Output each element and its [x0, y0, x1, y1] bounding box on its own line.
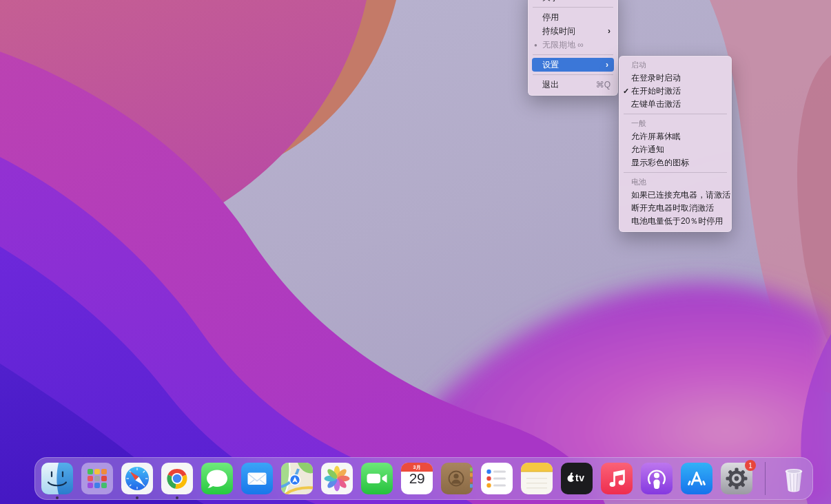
submenu-item-colored-icon[interactable]: 显示彩色的图标 — [619, 156, 731, 169]
submenu-item-left-click-activate[interactable]: 左键单击激活 — [619, 98, 731, 111]
submenu-item-label: 在开始时激活 — [631, 85, 681, 97]
dock-facetime[interactable] — [361, 463, 393, 494]
finder-icon — [41, 463, 73, 494]
photos-icon — [321, 463, 353, 494]
mail-icon — [241, 463, 273, 494]
menu-item-duration[interactable]: 持续时间 › — [529, 24, 617, 38]
dock: 3月 29 — [34, 457, 813, 500]
menubar-app-context-menu: 关于 停用 持续时间 › ● 无限期地 ∞ 设置 › 退出 ⌘Q — [528, 0, 618, 96]
dock-chrome[interactable] — [161, 463, 193, 494]
calendar-day-label: 29 — [401, 470, 433, 487]
safari-icon — [121, 463, 153, 494]
launchpad-icon — [81, 463, 113, 494]
menu-item-settings[interactable]: 设置 › — [532, 58, 614, 72]
submenu-item-label: 在登录时启动 — [631, 72, 681, 84]
menu-item-quit[interactable]: 退出 ⌘Q — [529, 78, 617, 92]
dock-system-preferences[interactable]: 1 — [721, 463, 752, 494]
podcasts-icon — [641, 463, 673, 494]
submenu-item-label: 左键单击激活 — [631, 98, 681, 110]
facetime-icon — [361, 463, 393, 494]
submenu-item-label: 电池电量低于20％时停用 — [631, 216, 723, 227]
submenu-item-label: 断开充电器时取消激活 — [631, 202, 714, 214]
dock-appletv[interactable]: tv — [561, 463, 593, 494]
menu-separator — [624, 114, 727, 114]
dock-reminders[interactable] — [481, 463, 513, 494]
dock-contacts[interactable] — [441, 463, 473, 494]
submenu-section-general: 一般 — [619, 117, 731, 130]
menu-separator — [533, 74, 613, 75]
dock-finder[interactable] — [41, 463, 73, 494]
menu-separator — [533, 54, 613, 55]
submenu-item-deactivate-on-unplug[interactable]: 断开充电器时取消激活 — [619, 202, 731, 215]
menu-separator — [624, 172, 727, 173]
music-icon — [601, 463, 633, 494]
bullet-icon: ● — [534, 42, 537, 48]
submenu-section-battery: 电池 — [619, 176, 731, 189]
reminders-icon — [481, 463, 513, 494]
submenu-item-label: 允许通知 — [631, 144, 664, 156]
dock-photos[interactable] — [321, 463, 353, 494]
submenu-item-disable-below-20[interactable]: 电池电量低于20％时停用 — [619, 215, 731, 228]
appstore-icon — [681, 463, 712, 494]
chevron-right-icon: › — [606, 60, 608, 70]
running-indicator — [176, 496, 178, 499]
submenu-item-allow-notifications[interactable]: 允许通知 — [619, 143, 731, 156]
maps-icon — [281, 463, 313, 494]
menu-item-label: 设置 — [542, 59, 559, 71]
submenu-item-label: 如果已连接充电器，请激活 — [631, 189, 730, 201]
keyboard-shortcut: ⌘Q — [596, 80, 611, 90]
menu-item-label: 停用 — [542, 12, 559, 23]
chevron-right-icon: › — [608, 26, 611, 36]
dock-notes[interactable] — [521, 463, 553, 494]
submenu-item-activate-at-start[interactable]: ✓ 在开始时激活 — [619, 85, 731, 98]
menu-item-label: 持续时间 — [542, 25, 575, 37]
dock-mail[interactable] — [241, 463, 273, 494]
menu-item-label: 关于 — [542, 0, 559, 3]
chrome-icon — [161, 463, 193, 494]
submenu-item-label: 允许屏幕休眠 — [631, 131, 681, 143]
submenu-item-allow-display-sleep[interactable]: 允许屏幕休眠 — [619, 130, 731, 143]
running-indicator — [136, 496, 138, 499]
menu-item-label: 无限期地 ∞ — [542, 39, 584, 51]
desktop: 关于 停用 持续时间 › ● 无限期地 ∞ 设置 › 退出 ⌘Q 启动 在登录时… — [0, 0, 831, 504]
dock-maps[interactable] — [281, 463, 313, 494]
submenu-section-startup: 启动 — [619, 59, 731, 72]
settings-submenu: 启动 在登录时启动 ✓ 在开始时激活 左键单击激活 一般 允许屏幕休眠 允许通知… — [619, 56, 732, 232]
dock-music[interactable] — [601, 463, 633, 494]
trash-icon — [778, 463, 810, 494]
notification-badge: 1 — [745, 460, 756, 471]
dock-appstore[interactable] — [681, 463, 712, 494]
menu-separator — [533, 7, 613, 8]
messages-icon — [201, 463, 233, 494]
submenu-item-launch-at-login[interactable]: 在登录时启动 — [619, 72, 731, 85]
dock-calendar[interactable]: 3月 29 — [401, 463, 433, 494]
menu-item-deactivate[interactable]: 停用 — [529, 10, 617, 24]
running-indicator — [56, 496, 59, 499]
notes-icon — [521, 463, 553, 494]
menu-item-indefinitely: ● 无限期地 ∞ — [529, 38, 617, 52]
submenu-item-label: 显示彩色的图标 — [631, 157, 689, 169]
contacts-icon — [441, 463, 473, 494]
dock-launchpad[interactable] — [81, 463, 113, 494]
checkmark-icon: ✓ — [623, 87, 629, 96]
dock-messages[interactable] — [201, 463, 233, 494]
dock-trash[interactable] — [778, 463, 810, 494]
appletv-tv-label: tv — [575, 472, 584, 483]
dock-podcasts[interactable] — [641, 463, 673, 494]
menu-item-label: 退出 — [542, 79, 559, 91]
submenu-item-activate-on-charger[interactable]: 如果已连接充电器，请激活 — [619, 189, 731, 202]
dock-safari[interactable] — [121, 463, 153, 494]
dock-separator — [765, 462, 766, 495]
menu-item-about[interactable]: 关于 — [529, 0, 617, 4]
